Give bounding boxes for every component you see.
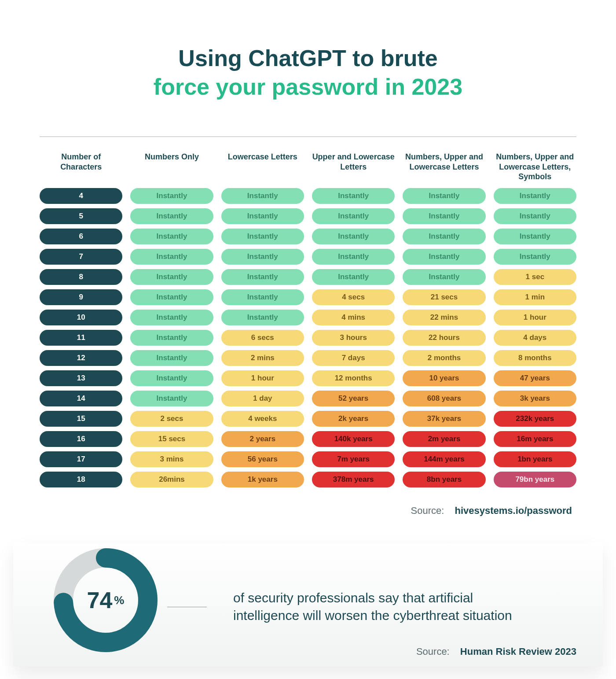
data-cell: Instantly (312, 249, 395, 265)
data-cell: 6 secs (221, 330, 304, 346)
source-label: Source: (411, 505, 444, 516)
source-value: hivesystems.io/password (455, 505, 572, 516)
data-cell: Instantly (130, 330, 213, 346)
row-header: 8 (40, 269, 122, 285)
data-cell: 4 secs (312, 289, 395, 305)
data-cell: Instantly (130, 188, 213, 204)
data-cell: Instantly (130, 350, 213, 366)
data-cell: 22 mins (403, 310, 485, 325)
data-cell: 10 years (403, 370, 485, 386)
row-header: 7 (40, 249, 122, 265)
data-cell: 21 secs (403, 289, 485, 305)
data-cell: Instantly (130, 249, 213, 265)
row-header: 15 (40, 411, 122, 427)
data-cell: Instantly (494, 208, 576, 224)
data-cell: Instantly (221, 289, 304, 305)
connector-line (167, 607, 207, 607)
data-cell: 15 secs (130, 431, 213, 447)
row-header: 18 (40, 472, 122, 487)
data-cell: 1k years (221, 472, 304, 487)
data-cell: 2 secs (130, 411, 213, 427)
data-cell: 4 mins (312, 310, 395, 325)
row-header: 4 (40, 188, 122, 204)
row-header: 10 (40, 310, 122, 325)
divider (40, 137, 576, 137)
data-cell: Instantly (403, 208, 485, 224)
data-cell: Instantly (130, 391, 213, 406)
data-cell: 37k years (403, 411, 485, 427)
column-header: Numbers, Upper and Lowercase Letters, Sy… (494, 150, 576, 184)
data-cell: 2 years (221, 431, 304, 447)
data-cell: 140k years (312, 431, 395, 447)
data-cell: Instantly (221, 208, 304, 224)
data-cell: 3 hours (312, 330, 395, 346)
row-header: 12 (40, 350, 122, 366)
data-cell: 4 days (494, 330, 576, 346)
data-cell: 79bn years (494, 472, 576, 487)
column-header: Number of Characters (40, 150, 122, 184)
data-cell: 4 weeks (221, 411, 304, 427)
data-cell: Instantly (130, 289, 213, 305)
data-cell: 232k years (494, 411, 576, 427)
title-line-2: force your password in 2023 (154, 74, 462, 100)
data-cell: Instantly (403, 229, 485, 244)
data-cell: Instantly (130, 310, 213, 325)
data-cell: 47 years (494, 370, 576, 386)
row-header: 16 (40, 431, 122, 447)
data-cell: 378m years (312, 472, 395, 487)
data-cell: 1 sec (494, 269, 576, 285)
row-header: 9 (40, 289, 122, 305)
column-header: Upper and Lowercase Letters (312, 150, 395, 184)
data-cell: Instantly (312, 188, 395, 204)
data-cell: 1 min (494, 289, 576, 305)
data-cell: 7m years (312, 451, 395, 467)
donut-percent-sign: % (114, 594, 124, 607)
data-cell: 1 hour (221, 370, 304, 386)
data-cell: Instantly (130, 370, 213, 386)
data-cell: Instantly (221, 310, 304, 325)
title-line-1: Using ChatGPT to brute (178, 45, 437, 71)
data-cell: Instantly (403, 249, 485, 265)
source-value: Human Risk Review 2023 (460, 646, 576, 657)
data-cell: 52 years (312, 391, 395, 406)
data-cell: 7 days (312, 350, 395, 366)
donut-percent: 74 (87, 587, 113, 613)
row-header: 11 (40, 330, 122, 346)
column-header: Numbers Only (130, 150, 213, 184)
data-cell: Instantly (221, 229, 304, 244)
data-cell: Instantly (403, 188, 485, 204)
data-cell: Instantly (130, 208, 213, 224)
data-cell: 1bn years (494, 451, 576, 467)
data-cell: 144m years (403, 451, 485, 467)
column-header: Lowercase Letters (221, 150, 304, 184)
data-cell: 2 months (403, 350, 485, 366)
data-cell: Instantly (494, 188, 576, 204)
stat-text: of security professionals say that artif… (233, 589, 515, 625)
data-cell: 3 mins (130, 451, 213, 467)
data-cell: Instantly (130, 269, 213, 285)
data-cell: 1 day (221, 391, 304, 406)
row-header: 17 (40, 451, 122, 467)
data-cell: 26mins (130, 472, 213, 487)
data-cell: 8bn years (403, 472, 485, 487)
data-cell: 12 months (312, 370, 395, 386)
data-cell: 22 hours (403, 330, 485, 346)
data-cell: 3k years (494, 391, 576, 406)
donut-chart: 74% (53, 547, 158, 653)
data-cell: Instantly (221, 269, 304, 285)
data-cell: 2m years (403, 431, 485, 447)
page-title: Using ChatGPT to brute force your passwo… (26, 44, 590, 101)
table-source: Source: hivesystems.io/password (26, 501, 590, 543)
data-cell: Instantly (130, 229, 213, 244)
data-cell: 8 months (494, 350, 576, 366)
data-cell: Instantly (312, 208, 395, 224)
source-label: Source: (416, 646, 450, 657)
data-cell: Instantly (312, 269, 395, 285)
data-cell: Instantly (403, 269, 485, 285)
data-cell: 2 mins (221, 350, 304, 366)
row-header: 5 (40, 208, 122, 224)
data-cell: 56 years (221, 451, 304, 467)
data-cell: Instantly (312, 229, 395, 244)
data-cell: Instantly (494, 229, 576, 244)
stat-source: Source: Human Risk Review 2023 (416, 646, 576, 657)
